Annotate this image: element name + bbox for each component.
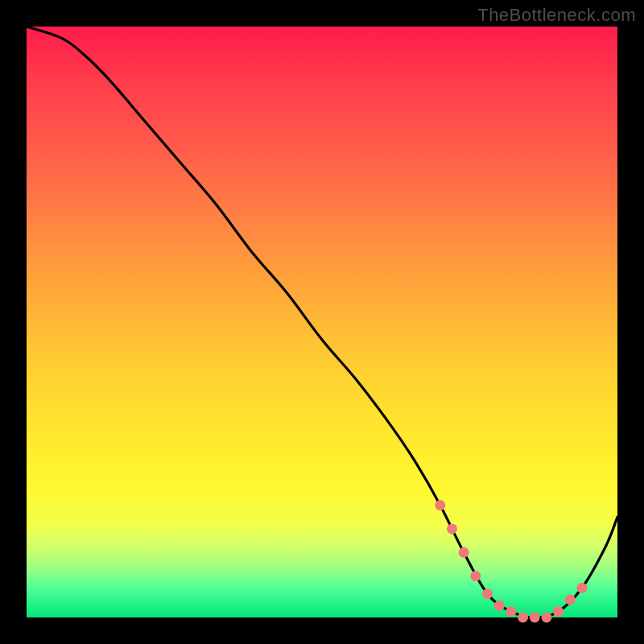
bottleneck-curve — [27, 27, 617, 617]
marker-point — [565, 594, 576, 605]
marker-point — [553, 606, 564, 617]
marker-point — [447, 523, 457, 534]
marker-point — [541, 613, 551, 623]
watermark-text: TheBottleneck.com — [477, 5, 636, 26]
plot-area — [27, 27, 617, 617]
curve-svg — [27, 27, 617, 617]
marker-point — [530, 613, 540, 623]
marker-point — [494, 601, 505, 611]
marker-point — [459, 547, 469, 558]
chart-frame: TheBottleneck.com — [0, 0, 644, 644]
marker-point — [518, 613, 528, 623]
marker-point — [435, 500, 445, 510]
marker-point — [576, 583, 587, 593]
marker-point — [482, 588, 493, 599]
highlighted-points — [435, 500, 587, 622]
marker-point — [506, 606, 516, 617]
marker-point — [470, 571, 481, 581]
